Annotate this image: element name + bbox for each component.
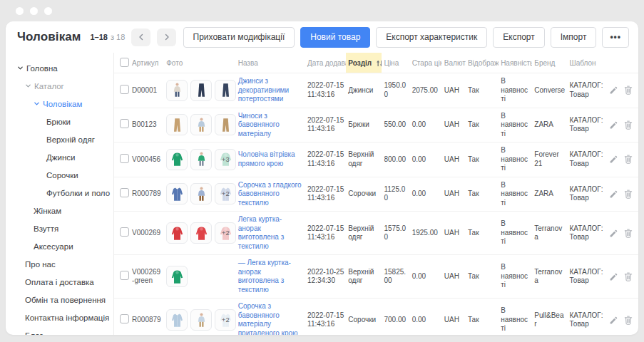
product-photo[interactable]: [190, 80, 212, 101]
hide-modifications-button[interactable]: Приховати модифікації: [183, 27, 295, 48]
product-photo[interactable]: [190, 222, 212, 244]
column-header-Розділ[interactable]: Розділ: [346, 53, 382, 73]
edit-button[interactable]: [609, 120, 618, 130]
product-name-link[interactable]: Сорочка з бавовняного матеріалу притален…: [238, 302, 303, 335]
sidebar-item-контактна-інформація[interactable]: Контактна інформація: [6, 309, 113, 326]
sidebar-item-каталог[interactable]: Каталог: [6, 77, 113, 95]
product-name-link[interactable]: Джинси з декоративними потертостями: [238, 77, 303, 104]
sidebar-item-оплата-і-доставка[interactable]: Оплата і доставка: [6, 273, 113, 291]
delete-button[interactable]: [624, 155, 633, 164]
column-header-Артикул[interactable]: Артикул: [130, 53, 164, 73]
product-photo[interactable]: [166, 183, 188, 204]
product-photo[interactable]: [166, 266, 188, 287]
edit-icon: [609, 316, 618, 325]
column-header-Назва[interactable]: Назва: [236, 53, 305, 73]
cell-section: Верхній одяг: [346, 212, 382, 255]
column-header-Стара ціна[interactable]: Стара ціна: [410, 53, 442, 73]
product-name-link[interactable]: Чоловіча вітрівка прямого крою: [238, 150, 303, 168]
column-header-Ціна[interactable]: Ціна: [382, 53, 409, 73]
sidebar-item-взуття[interactable]: Взуття: [6, 219, 113, 237]
product-name-link[interactable]: Сорочка з гладкого бавовняного текстилю: [238, 181, 303, 208]
cell-availability: В наявності: [499, 108, 532, 142]
column-header-Бренд[interactable]: Бренд: [532, 53, 567, 73]
cell-availability: В наявності: [499, 212, 532, 255]
sidebar-item-чоловікам[interactable]: Чоловікам: [6, 95, 113, 113]
export-button[interactable]: Експорт: [493, 27, 544, 48]
more-actions-button[interactable]: •••: [602, 27, 629, 48]
delete-button[interactable]: [624, 190, 633, 199]
sort-icon[interactable]: [376, 60, 382, 67]
actions-header[interactable]: [610, 53, 638, 73]
product-name-link[interactable]: Чиноси з бавовняного матеріалу: [238, 112, 303, 139]
product-name-link[interactable]: — Легка куртка-анорак виготовлена з текс…: [238, 259, 303, 294]
product-photo[interactable]: [166, 149, 188, 170]
sidebar-item-верхній-одяг[interactable]: Верхній одяг: [6, 130, 113, 148]
more-photos-badge[interactable]: +3: [215, 149, 236, 170]
row-checkbox[interactable]: [120, 314, 129, 323]
product-photo[interactable]: [215, 80, 236, 101]
sidebar-item-головна[interactable]: Головна: [6, 59, 113, 77]
sidebar-item-обмін-та-повернення[interactable]: Обмін та повернення: [6, 291, 113, 309]
more-photos-badge[interactable]: +2: [215, 222, 236, 244]
product-photo[interactable]: [215, 114, 236, 135]
sidebar-item-футболки-и-поло[interactable]: Футболки и поло: [6, 184, 113, 202]
row-checkbox[interactable]: [120, 271, 129, 280]
product-photo[interactable]: [190, 149, 212, 170]
edit-button[interactable]: [609, 272, 618, 281]
edit-button[interactable]: [609, 155, 618, 164]
column-header-Дата додавання[interactable]: Дата додавання: [305, 53, 346, 73]
products-table: АртикулФотоНазваДата додаванняРозділЦіна…: [114, 53, 638, 335]
delete-button[interactable]: [624, 272, 633, 281]
table-row: V000269+2Легка куртка-анорак виготовлена…: [114, 212, 638, 255]
edit-button[interactable]: [609, 229, 618, 238]
column-header-Шаблон[interactable]: Шаблон: [568, 53, 610, 73]
row-checkbox[interactable]: [120, 227, 129, 237]
table-row: D00001Джинси з декоративними потертостям…: [114, 73, 638, 108]
row-checkbox[interactable]: [120, 188, 129, 197]
delete-button[interactable]: [624, 229, 633, 238]
delete-button[interactable]: [624, 120, 633, 130]
import-button[interactable]: Імпорт: [551, 27, 597, 48]
sidebar-item-брюки[interactable]: Брюки: [6, 113, 113, 130]
delete-button[interactable]: [624, 86, 633, 95]
product-photo[interactable]: [166, 309, 188, 331]
select-all-checkbox[interactable]: [120, 58, 129, 67]
column-header-Валюта[interactable]: Валюта: [442, 53, 466, 73]
cell-section: Джинси: [346, 73, 382, 108]
sidebar-item-блог[interactable]: Блог: [6, 326, 113, 335]
product-photo[interactable]: [190, 183, 212, 204]
export-characteristics-button[interactable]: Експорт характеристик: [376, 27, 487, 48]
product-name-link[interactable]: Легка куртка-анорак виготовлена з тексти…: [238, 215, 303, 251]
edit-button[interactable]: [609, 190, 618, 199]
column-header-Наявність[interactable]: Наявність: [499, 53, 532, 73]
new-product-button[interactable]: Новий товар: [300, 27, 370, 48]
sidebar-item-аксесуари[interactable]: Аксесуари: [6, 237, 113, 255]
sidebar-item-сорочки[interactable]: Сорочки: [6, 166, 113, 184]
edit-button[interactable]: [609, 86, 618, 95]
more-photos-badge[interactable]: +2: [215, 309, 236, 331]
column-header-Фото[interactable]: Фото: [164, 53, 235, 73]
select-all-header[interactable]: [114, 53, 130, 73]
cell-name: Чиноси з бавовняного матеріалу: [236, 108, 305, 142]
row-checkbox[interactable]: [120, 154, 129, 163]
product-photo[interactable]: [166, 80, 188, 101]
sidebar-item-жінкам[interactable]: Жінкам: [6, 202, 113, 219]
product-photo[interactable]: [190, 114, 212, 135]
row-checkbox[interactable]: [120, 119, 129, 128]
column-header-Відображати[interactable]: Відображати: [466, 53, 499, 73]
delete-button[interactable]: [624, 316, 633, 325]
cell-actions: [610, 73, 638, 108]
product-photo[interactable]: [166, 222, 188, 244]
row-checkbox[interactable]: [120, 85, 129, 94]
cell-date: 2022-07-15 11:43:16: [305, 108, 346, 142]
sidebar-item-label: Футболки и поло: [46, 189, 110, 197]
prev-page-button[interactable]: [131, 28, 150, 46]
next-page-button[interactable]: [157, 28, 176, 46]
sidebar-item-джинси[interactable]: Джинси: [6, 148, 113, 166]
sidebar-item-label: Взуття: [34, 224, 58, 233]
more-photos-badge[interactable]: +2: [215, 183, 236, 204]
edit-button[interactable]: [609, 316, 618, 325]
product-photo[interactable]: [166, 114, 188, 135]
sidebar-item-про-нас[interactable]: Про нас: [6, 255, 113, 273]
product-photo[interactable]: [190, 309, 212, 331]
